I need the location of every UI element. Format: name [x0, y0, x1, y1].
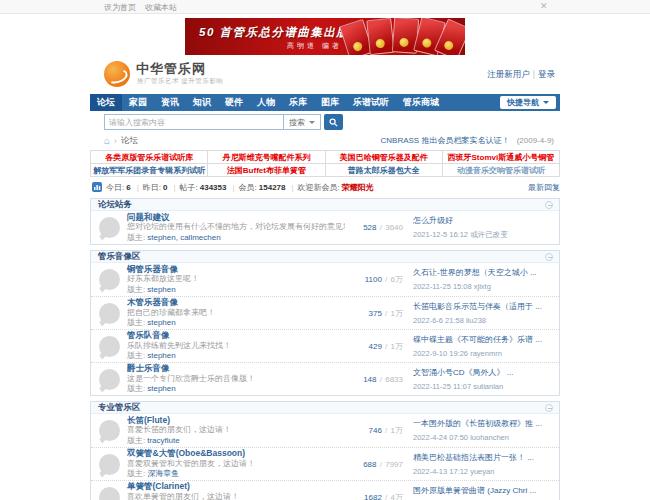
- moderator-links[interactable]: tracyflute: [147, 436, 179, 445]
- forum-name-link[interactable]: 木管乐器音像: [127, 297, 345, 308]
- forum-name-link[interactable]: 爵士乐音像: [127, 363, 345, 374]
- last-post-link[interactable]: 一本国外版的《长笛初级教程》推 ...: [413, 418, 551, 429]
- new-member-link[interactable]: 荣耀阳光: [342, 182, 374, 193]
- quick-nav-label: 快捷导航: [507, 97, 539, 108]
- ad-banner[interactable]: 50 首管乐总分谱曲集出版 高明道 编著: [185, 18, 465, 55]
- nav-item[interactable]: 乐库: [282, 94, 314, 111]
- breadcrumb-current[interactable]: 论坛: [121, 135, 138, 147]
- last-post-link[interactable]: 文智涌小号CD《局外人》 ...: [413, 367, 551, 378]
- banner-books-graphic: [340, 18, 465, 55]
- promo-link[interactable]: 丹尼斯维克号嘴配件系列: [208, 151, 325, 164]
- set-homepage-link[interactable]: 设为首页: [104, 2, 136, 13]
- promo-link[interactable]: 法国Buffet布菲单簧管: [208, 164, 325, 177]
- count-separator: /: [380, 460, 382, 469]
- forum-name-link[interactable]: 问题和建议: [127, 212, 345, 223]
- forum-bubble-icon: [99, 269, 120, 290]
- collapse-icon[interactable]: [545, 201, 553, 209]
- last-post-link[interactable]: 国外原版单簧管曲谱 (Jazzy Chri ...: [413, 485, 551, 496]
- bookmark-site-link[interactable]: 收藏本站: [145, 2, 177, 13]
- top-utility-bar: 设为首页 收藏本站 ✕: [0, 0, 650, 14]
- collapse-icon[interactable]: [545, 404, 553, 412]
- count-separator: /: [385, 493, 387, 500]
- last-post-link[interactable]: 怎么升级好: [413, 215, 551, 226]
- welcome-label: 欢迎新会员:: [298, 182, 340, 193]
- promo-link[interactable]: 动漫音乐交响管乐谱试听: [442, 164, 559, 177]
- section-title[interactable]: 专业管乐区: [98, 402, 141, 414]
- section-title[interactable]: 管乐音像区: [98, 251, 141, 263]
- site-name[interactable]: 中华管乐网: [136, 60, 206, 78]
- home-icon[interactable]: ⌂: [104, 135, 110, 146]
- thread-count: 1100: [365, 275, 382, 284]
- site-logo-icon[interactable]: [104, 61, 130, 87]
- promo-link[interactable]: 解放军军乐团录音专辑系列试听: [91, 164, 208, 177]
- quick-nav-button[interactable]: 快捷导航: [500, 96, 556, 109]
- latest-reply-link[interactable]: 最新回复: [528, 182, 560, 193]
- stat-divider: |: [137, 183, 139, 192]
- forum-name-link[interactable]: 长笛(Flute): [127, 415, 345, 426]
- mods-label: 版主:: [127, 351, 145, 360]
- nav-item[interactable]: 管乐商城: [396, 94, 446, 111]
- thread-count: 375: [368, 309, 381, 318]
- nav-item[interactable]: 人物: [250, 94, 282, 111]
- mods-label: 版主:: [127, 384, 145, 393]
- moderator-links[interactable]: stephen, callmechen: [147, 233, 220, 242]
- forum-counts: 429 / 1万: [345, 341, 403, 352]
- collapse-icon[interactable]: [545, 253, 553, 261]
- thread-count: 148: [363, 375, 376, 384]
- thread-count: 746: [368, 426, 381, 435]
- mods-label: 版主:: [127, 285, 145, 294]
- last-post-link[interactable]: 精美巴松基础指法表图片一张！ ...: [413, 452, 551, 463]
- forum-row: 长笛(Flute) 喜爱长笛的朋友们，这边请！ 版主:tracyflute 74…: [91, 414, 559, 447]
- close-icon[interactable]: ✕: [540, 1, 548, 11]
- promo-link[interactable]: 西班牙Stomvi斯通威小号铜管: [442, 151, 559, 164]
- banner-author: 高明道 编著: [287, 41, 342, 51]
- stat-value: 154278: [259, 183, 286, 192]
- stat-label: 昨日:: [143, 182, 161, 193]
- nav-item[interactable]: 论坛: [90, 94, 122, 111]
- mods-label: 版主:: [127, 436, 145, 445]
- nav-item[interactable]: 图库: [314, 94, 346, 111]
- register-link[interactable]: 注册新用户: [487, 69, 530, 79]
- forum-bubble-icon: [99, 336, 120, 357]
- breadcrumb: ⌂ › 论坛 CNBRASS 推出会员档案实名认证！ (2009-4-9): [104, 134, 546, 147]
- nav-item[interactable]: 家园: [122, 94, 154, 111]
- nav-item[interactable]: 知识: [186, 94, 218, 111]
- last-post-meta: 2022-11-25 15:08 xjlxtg: [413, 282, 491, 291]
- moderator-links[interactable]: stephen: [147, 351, 175, 360]
- forum-row: 双簧管&大管(Oboe&Bassoon) 喜爱双簧管和大管的朋友，这边请！ 版主…: [91, 447, 559, 480]
- promo-link[interactable]: 美国巴哈铜管乐器及配件: [325, 151, 442, 164]
- forum-counts: 528 / 3640: [345, 223, 403, 232]
- forum-description: 您对论坛的使用有什么不懂的地方，对论坛发展有何好的意见和建议，请来这！: [127, 222, 345, 233]
- forum-counts: 688 / 7997: [345, 460, 403, 469]
- count-separator: /: [385, 426, 387, 435]
- nav-item[interactable]: 资讯: [154, 94, 186, 111]
- breadcrumb-separator: ›: [114, 136, 117, 146]
- forum-name-link[interactable]: 双簧管&大管(Oboe&Bassoon): [127, 448, 345, 459]
- forum-description: 乐队排练前先到这儿来找找！: [127, 341, 345, 352]
- search-button[interactable]: [324, 114, 343, 130]
- promo-link[interactable]: 普路太郎乐器包大全: [325, 164, 442, 177]
- last-post-meta: 2022-4-24 07:50 luohanchen: [413, 433, 509, 442]
- forum-name-link[interactable]: 管乐队音像: [127, 330, 345, 341]
- moderator-links[interactable]: stephen: [147, 384, 175, 393]
- search-type-dropdown[interactable]: 搜索: [284, 114, 321, 130]
- moderator-links[interactable]: stephen: [147, 285, 175, 294]
- stat-divider: |: [173, 183, 175, 192]
- post-count: 6833: [385, 375, 403, 384]
- last-post-meta: 2022-11-25 11:07 sutianlan: [413, 382, 503, 391]
- login-link[interactable]: 登录: [538, 69, 555, 79]
- forum-row: 管乐队音像 乐队排练前先到这儿来找找！ 版主:stephen 429 / 1万 …: [91, 329, 559, 362]
- forum-name-link[interactable]: 铜管乐器音像: [127, 264, 345, 275]
- nav-item[interactable]: 乐谱试听: [346, 94, 396, 111]
- moderator-links[interactable]: stephen: [147, 318, 175, 327]
- last-post-link[interactable]: 长笛电影音乐示范与伴奏（适用于 ...: [413, 301, 551, 312]
- forum-name-link[interactable]: 单簧管(Clarinet): [127, 481, 345, 492]
- section-title[interactable]: 论坛站务: [98, 199, 132, 211]
- search-input[interactable]: [104, 114, 284, 130]
- promo-link[interactable]: 各类原版管乐乐谱试听库: [91, 151, 208, 164]
- last-post-link[interactable]: 碟中碟主题《不可能的任务》乐谱 ...: [413, 334, 551, 345]
- moderator-links[interactable]: 深海章鱼: [147, 469, 179, 478]
- nav-item[interactable]: 硬件: [218, 94, 250, 111]
- site-announcement-link[interactable]: CNBRASS 推出会员档案实名认证！: [381, 136, 510, 145]
- last-post-link[interactable]: 久石让-世界的梦想（天空之城小 ...: [413, 267, 551, 278]
